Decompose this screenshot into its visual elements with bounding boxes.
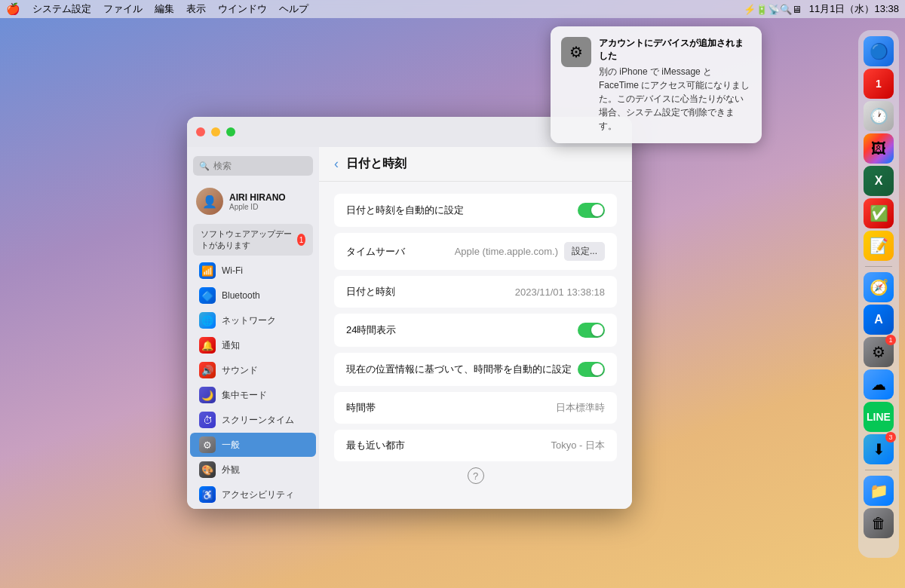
sidebar-item-sound[interactable]: 🔊 サウンド bbox=[190, 358, 316, 382]
photos-icon: 🖼 bbox=[871, 140, 886, 158]
sidebar-item-bluetooth-label: Bluetooth bbox=[222, 290, 260, 301]
time-server-value: Apple (time.apple.com.) bbox=[455, 246, 558, 257]
hour24-toggle[interactable] bbox=[578, 323, 605, 338]
help-button[interactable]: ? bbox=[468, 467, 484, 484]
time-server-button[interactable]: 設定... bbox=[564, 242, 605, 261]
dock-icon-clock[interactable]: 🕐 bbox=[864, 101, 894, 131]
time-server-action: Apple (time.apple.com.) 設定... bbox=[455, 242, 605, 261]
timezone-value: 日本標準時 bbox=[556, 401, 605, 415]
appearance-icon: 🎨 bbox=[199, 461, 216, 478]
accessibility-icon: ♿ bbox=[199, 486, 216, 503]
focus-icon: 🌙 bbox=[199, 387, 216, 403]
sidebar-item-accessibility[interactable]: ♿ アクセシビリティ bbox=[190, 482, 316, 507]
main-content: ‹ 日付と時刻 日付と時刻を自動的に設定 タイムサーバ Apple (time.… bbox=[319, 147, 632, 509]
nearest-city-row: 最も近い都市 Tokyo - 日本 bbox=[334, 430, 617, 461]
sidebar-item-network-label: ネットワーク bbox=[222, 314, 276, 327]
maximize-button[interactable] bbox=[226, 127, 235, 136]
app-name[interactable]: システム設定 bbox=[32, 2, 91, 16]
hour24-row: 24時間表示 bbox=[334, 314, 617, 347]
folder-icon: 📁 bbox=[870, 482, 888, 500]
sidebar: 🔍 👤 AIRI HIRANO Apple ID ソフトウェアアップデートがあり… bbox=[187, 147, 319, 509]
search-input[interactable] bbox=[213, 161, 307, 171]
icloud-icon: ☁ bbox=[871, 375, 886, 394]
dock-icon-folder[interactable]: 📁 bbox=[864, 476, 894, 506]
timezone-row: 時間帯 日本標準時 bbox=[334, 392, 617, 424]
migrate-icon: ⬇ bbox=[873, 440, 885, 458]
notification-content: アカウントにデバイスが追加されました 別の iPhone で iMessage … bbox=[599, 37, 751, 133]
sidebar-item-screentime[interactable]: ⏱ スクリーンタイム bbox=[190, 408, 316, 432]
auto-timezone-label: 現在の位置情報に基づいて、時間帯を自動的に設定 bbox=[346, 363, 572, 376]
trash-icon: 🗑 bbox=[871, 515, 886, 532]
dock-icon-reminders[interactable]: ✅ bbox=[864, 198, 894, 228]
user-profile[interactable]: 👤 AIRI HIRANO Apple ID bbox=[187, 182, 319, 221]
back-button[interactable]: ‹ bbox=[334, 156, 339, 172]
dock-icon-photos[interactable]: 🖼 bbox=[864, 133, 894, 164]
software-update-banner[interactable]: ソフトウェアアップデートがあります 1 bbox=[193, 224, 313, 256]
user-name: AIRI HIRANO bbox=[229, 192, 286, 203]
search-icon: 🔍 bbox=[199, 161, 210, 171]
sidebar-item-sound-label: サウンド bbox=[222, 364, 258, 377]
menu-view[interactable]: 表示 bbox=[186, 2, 206, 16]
settings-badge: 1 bbox=[885, 335, 896, 345]
sidebar-item-controlcenter[interactable]: 🎛 コントロールセンター bbox=[190, 507, 316, 509]
update-badge: 1 bbox=[297, 234, 305, 246]
notification-icon: ⚙ bbox=[561, 37, 591, 67]
menu-window[interactable]: ウインドウ bbox=[218, 2, 267, 16]
nearest-city-value: Tokyo - 日本 bbox=[551, 439, 605, 452]
menu-edit[interactable]: 編集 bbox=[155, 2, 174, 16]
hour24-label: 24時間表示 bbox=[346, 323, 396, 337]
datetime-display-row: 日付と時刻 2023/11/01 13:38:18 bbox=[334, 276, 617, 308]
sidebar-item-wifi[interactable]: 📶 Wi-Fi bbox=[190, 259, 316, 283]
dock-separator bbox=[865, 266, 892, 267]
notification-title: アカウントにデバイスが追加されました bbox=[599, 37, 751, 63]
wifi-icon: 📶 bbox=[199, 262, 216, 279]
auto-datetime-toggle[interactable] bbox=[578, 203, 605, 218]
dock-separator-2 bbox=[865, 470, 892, 470]
datetime-display-label: 日付と時刻 bbox=[346, 285, 395, 299]
menubar: 🍎 システム設定 ファイル 編集 表示 ウインドウ ヘルプ ⚡🔋📡🔍🖥 11月1… bbox=[0, 0, 905, 18]
menu-file[interactable]: ファイル bbox=[103, 2, 143, 16]
calendar-icon: 1 bbox=[876, 78, 882, 90]
menu-help[interactable]: ヘルプ bbox=[279, 2, 308, 16]
clock-icon: 🕐 bbox=[870, 107, 888, 125]
dock-icon-excel[interactable]: X bbox=[864, 166, 894, 196]
notes-icon: 📝 bbox=[870, 237, 888, 255]
sidebar-item-notify-label: 通知 bbox=[222, 339, 240, 352]
dock-icon-safari[interactable]: 🧭 bbox=[864, 272, 894, 302]
dock-icon-finder[interactable]: 🔵 bbox=[864, 36, 894, 66]
system-preferences-window: 🔍 👤 AIRI HIRANO Apple ID ソフトウェアアップデートがあり… bbox=[187, 117, 632, 509]
sidebar-item-notify[interactable]: 🔔 通知 bbox=[190, 333, 316, 357]
sidebar-item-general[interactable]: ⚙ 一般 bbox=[190, 433, 316, 457]
dock-icon-line[interactable]: LINE bbox=[864, 402, 894, 432]
avatar: 👤 bbox=[196, 188, 223, 215]
dock-icon-calendar[interactable]: 1 bbox=[864, 69, 894, 99]
minimize-button[interactable] bbox=[211, 127, 220, 136]
auto-timezone-toggle[interactable] bbox=[578, 362, 605, 377]
sidebar-item-accessibility-label: アクセシビリティ bbox=[222, 488, 294, 501]
user-subtitle: Apple ID bbox=[229, 203, 286, 211]
nearest-city-label: 最も近い都市 bbox=[346, 439, 405, 452]
notification-popup: ⚙ アカウントにデバイスが追加されました 別の iPhone で iMessag… bbox=[551, 26, 762, 143]
general-icon: ⚙ bbox=[199, 436, 216, 453]
user-info: AIRI HIRANO Apple ID bbox=[229, 192, 286, 211]
auto-datetime-row: 日付と時刻を自動的に設定 bbox=[334, 194, 617, 227]
dock-icon-trash[interactable]: 🗑 bbox=[864, 508, 894, 538]
dock-icon-appstore[interactable]: A bbox=[864, 305, 894, 335]
screentime-icon: ⏱ bbox=[199, 412, 216, 428]
sidebar-item-focus[interactable]: 🌙 集中モード bbox=[190, 383, 316, 407]
dock-icon-icloud[interactable]: ☁ bbox=[864, 369, 894, 400]
sidebar-item-appearance[interactable]: 🎨 外観 bbox=[190, 458, 316, 482]
search-box[interactable]: 🔍 bbox=[193, 156, 313, 176]
dock-icon-notes[interactable]: 📝 bbox=[864, 231, 894, 261]
sound-icon: 🔊 bbox=[199, 362, 216, 378]
finder-icon: 🔵 bbox=[870, 42, 888, 60]
notify-icon: 🔔 bbox=[199, 337, 216, 354]
sidebar-item-bluetooth[interactable]: 🔷 Bluetooth bbox=[190, 283, 316, 308]
sidebar-item-network[interactable]: 🌐 ネットワーク bbox=[190, 308, 316, 332]
menubar-icons: ⚡🔋📡🔍🖥 bbox=[744, 4, 802, 15]
apple-menu[interactable]: 🍎 bbox=[6, 2, 20, 16]
dock-icon-migrate[interactable]: ⬇ 3 bbox=[864, 434, 894, 464]
close-button[interactable] bbox=[196, 127, 205, 136]
dock-icon-settings[interactable]: ⚙ 1 bbox=[864, 337, 894, 367]
appstore-icon: A bbox=[874, 313, 883, 326]
